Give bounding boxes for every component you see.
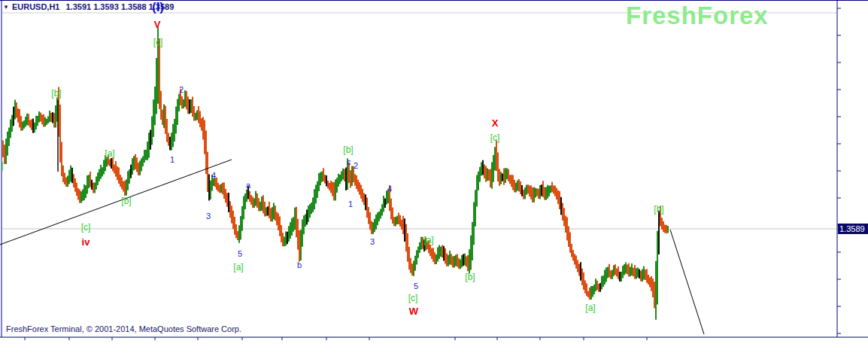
wave-label[interactable]: 1 xyxy=(348,199,353,208)
wave-label[interactable]: 5 xyxy=(238,249,242,258)
wave-label[interactable]: W xyxy=(409,307,418,316)
mt4-chart-window: ▼EURUSD,H11.3591 1.3593 1.3588 1.3589 Fr… xyxy=(0,0,868,350)
wave-label[interactable]: [a] xyxy=(423,236,433,245)
wave-label[interactable]: 1 xyxy=(170,155,175,164)
broker-watermark: FreshForex xyxy=(626,2,769,30)
wave-label[interactable]: 4 xyxy=(211,171,216,180)
wave-label[interactable]: 2 xyxy=(354,161,358,170)
terminal-copyright: FreshForex Terminal, © 2001-2014, MetaQu… xyxy=(6,324,241,333)
wave-label[interactable]: c xyxy=(347,157,351,166)
wave-label[interactable]: [c] xyxy=(153,38,163,47)
wave-label[interactable]: 5 xyxy=(414,282,418,291)
wave-label[interactable]: [b] xyxy=(654,205,663,214)
price-axis[interactable]: 1.39551.39101.38651.38201.37751.37301.36… xyxy=(837,0,868,337)
wave-label[interactable]: [a] xyxy=(105,149,114,158)
time-axis[interactable]: 13 Dec 201318 Dec 10:0023 Dec 02:0026 De… xyxy=(0,337,868,350)
wave-label[interactable]: [c] xyxy=(490,133,500,142)
wave-label[interactable]: b xyxy=(297,260,302,269)
wave-label[interactable]: [a] xyxy=(233,263,243,272)
trendline[interactable] xyxy=(670,230,704,334)
wave-label[interactable]: [c] xyxy=(408,294,418,303)
wave-label[interactable]: [a] xyxy=(585,303,595,312)
wave-label[interactable]: ] xyxy=(1,161,3,170)
symbol-timeframe-label: EURUSD,H1 xyxy=(12,2,60,11)
wave-label[interactable]: [b] xyxy=(465,272,475,282)
wave-label[interactable]: [b] xyxy=(51,89,61,98)
wave-label[interactable]: 2 xyxy=(179,85,184,94)
wave-label[interactable]: X xyxy=(492,119,499,128)
wave-label[interactable]: (I) xyxy=(152,3,164,12)
wave-label[interactable]: [b] xyxy=(343,145,353,154)
wave-label[interactable]: 4 xyxy=(387,184,392,193)
wave-label[interactable]: [b] xyxy=(121,196,131,205)
chevron-down-icon[interactable]: ▼ xyxy=(3,4,9,11)
wave-label[interactable]: V xyxy=(154,20,161,29)
wave-label[interactable]: [c] xyxy=(81,223,91,232)
wave-label[interactable]: iv xyxy=(82,238,90,247)
wave-label[interactable]: a xyxy=(246,181,250,190)
wave-label[interactable]: 3 xyxy=(206,212,211,221)
symbol-header: ▼EURUSD,H11.3591 1.3593 1.3588 1.3589 xyxy=(3,2,174,11)
chart-plot-area[interactable] xyxy=(0,0,868,350)
current-price-badge: 1.3589 xyxy=(838,224,868,234)
wave-label[interactable]: 3 xyxy=(370,237,375,246)
